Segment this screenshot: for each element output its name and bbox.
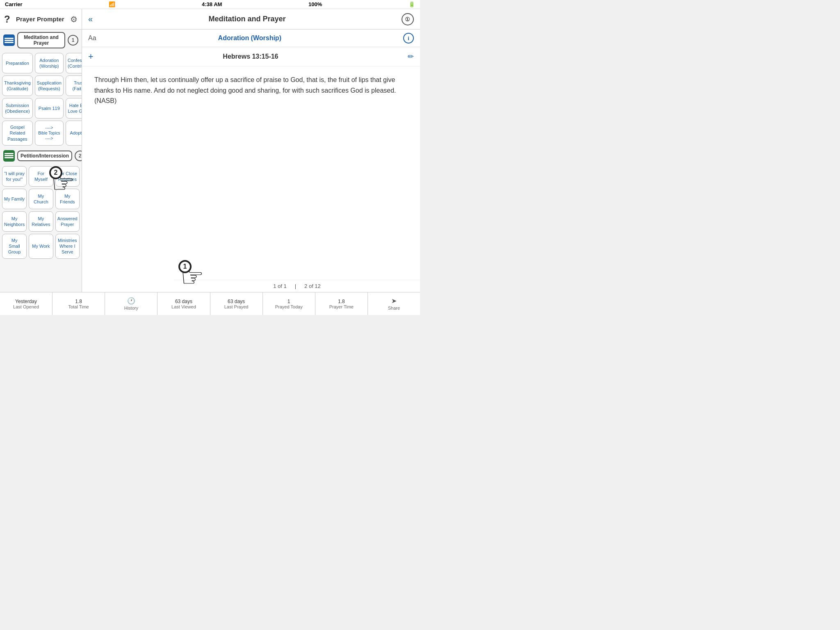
- total-time-value: 1.8: [75, 299, 82, 304]
- content-row: Meditation and Prayer 1 Preparation Ador…: [0, 30, 420, 292]
- prayer-time-section[interactable]: 1.8 Prayer Time: [315, 292, 368, 315]
- bottom-bar: Yesterday Last Opened 1.8 Total Time 🕐 H…: [0, 292, 420, 315]
- battery-icon: 🔋: [409, 1, 415, 7]
- share-icon: ➤: [391, 297, 397, 305]
- category-gospel[interactable]: GospelRelatedPassages: [2, 121, 33, 146]
- meditation-category-grid: Preparation Adoration(Worship) Confessio…: [0, 51, 82, 148]
- last-opened-label: Last Opened: [13, 304, 39, 309]
- right-panel-topbar: Aa Adoration (Worship) i: [82, 30, 420, 47]
- history-icon: 🕐: [127, 297, 135, 305]
- font-size-button[interactable]: Aa: [88, 34, 96, 42]
- edit-button[interactable]: ✏: [408, 52, 414, 61]
- category-bible-topics[interactable]: ---->Bible Topics---->: [35, 121, 64, 146]
- category-for-myself[interactable]: For Myself: [29, 166, 53, 187]
- battery-label: 100%: [308, 1, 322, 7]
- category-will-pray[interactable]: "I will prayfor you!": [2, 166, 27, 187]
- panel-section-title: Adoration (Worship): [96, 34, 403, 42]
- scripture-header: + Hebrews 13:15-16 ✏: [82, 47, 420, 66]
- top-nav: ? Prayer Prompter ⚙ « Meditation and Pra…: [0, 9, 420, 30]
- category-trust[interactable]: Trust(Faith): [66, 75, 82, 96]
- category-my-small-group[interactable]: MySmall Group: [2, 234, 27, 259]
- help-button[interactable]: ?: [4, 14, 10, 25]
- category-psalm119[interactable]: Psalm 119: [35, 98, 64, 119]
- history-label: History: [124, 306, 138, 310]
- time-label: 4:38 AM: [202, 1, 222, 7]
- pagination-separator: |: [295, 283, 296, 289]
- carrier-label: Carrier: [5, 1, 23, 7]
- prayed-today-value: 1: [288, 299, 290, 304]
- category-adoption[interactable]: Adoption: [66, 121, 82, 146]
- last-opened-value: Yesterday: [15, 299, 37, 304]
- meditation-count-badge[interactable]: ①: [402, 13, 414, 25]
- right-nav: « Meditation and Prayer ①: [82, 9, 420, 29]
- back-button[interactable]: «: [88, 14, 93, 24]
- category-submission[interactable]: Submission(Obedience): [2, 98, 33, 119]
- left-sidebar: Meditation and Prayer 1 Preparation Ador…: [0, 30, 82, 292]
- info-button[interactable]: i: [403, 33, 414, 43]
- category-for-close[interactable]: For CloseRelatives: [55, 166, 80, 187]
- status-bar: Carrier 📶 4:38 AM 100% 🔋: [0, 0, 420, 9]
- category-my-church[interactable]: My Church: [29, 189, 53, 209]
- prayer-time-label: Prayer Time: [329, 304, 354, 309]
- total-time-section[interactable]: 1.8 Total Time: [52, 292, 105, 315]
- left-nav: ? Prayer Prompter ⚙: [0, 9, 82, 29]
- prayer-time-value: 1.8: [338, 299, 345, 304]
- main-layout: ? Prayer Prompter ⚙ « Meditation and Pra…: [0, 9, 420, 315]
- scripture-reference: Hebrews 13:15-16: [94, 53, 408, 60]
- prayed-today-section[interactable]: 1 Prayed Today: [263, 292, 315, 315]
- petition-count: 2: [75, 151, 82, 161]
- category-ministries[interactable]: MinistriesWhere I Serve: [55, 234, 80, 259]
- last-opened-section[interactable]: Yesterday Last Opened: [0, 292, 52, 315]
- petition-section-header: Petition/Intercession 2: [0, 148, 82, 164]
- petition-icon: [3, 150, 15, 162]
- meditation-icon: [3, 34, 15, 46]
- scripture-text: Through Him then, let us continually off…: [82, 66, 420, 114]
- last-viewed-value: 63 days: [175, 299, 192, 304]
- last-prayed-section[interactable]: 63 days Last Prayed: [210, 292, 263, 315]
- category-supplication[interactable]: Supplication(Requests): [35, 75, 64, 96]
- share-label: Share: [388, 306, 400, 310]
- prayed-today-label: Prayed Today: [275, 304, 303, 309]
- category-my-relatives[interactable]: My Relatives: [29, 211, 53, 232]
- category-my-family[interactable]: My Family: [2, 189, 27, 209]
- total-time-label: Total Time: [68, 304, 89, 309]
- category-my-friends[interactable]: My Friends: [55, 189, 80, 209]
- app-title: Prayer Prompter: [16, 16, 64, 23]
- category-answered-prayer[interactable]: AnsweredPrayer: [55, 211, 80, 232]
- settings-button[interactable]: ⚙: [70, 14, 78, 24]
- category-hate-evil[interactable]: Hate Evil,Love Good: [66, 98, 82, 119]
- category-my-neighbors[interactable]: My Neighbors: [2, 211, 27, 232]
- right-panel-title: Meditation and Prayer: [209, 15, 286, 23]
- pagination-right: 2 of 12: [304, 283, 321, 289]
- category-my-work[interactable]: My Work: [29, 234, 53, 259]
- petition-section-button[interactable]: Petition/Intercession: [17, 151, 72, 161]
- wifi-icon: 📶: [109, 1, 115, 7]
- add-button[interactable]: +: [88, 51, 94, 62]
- pagination-bar: 1 of 1 | 2 of 12: [174, 280, 420, 292]
- last-prayed-label: Last Prayed: [224, 304, 249, 309]
- last-viewed-label: Last Viewed: [171, 304, 196, 309]
- category-adoration[interactable]: Adoration(Worship): [35, 53, 64, 73]
- pagination-left: 1 of 1: [273, 283, 287, 289]
- share-section[interactable]: ➤ Share: [368, 292, 420, 315]
- meditation-section-header: Meditation and Prayer 1: [0, 30, 82, 51]
- meditation-count: 1: [68, 35, 78, 46]
- petition-category-grid: "I will prayfor you!" For Myself For Clo…: [0, 164, 82, 261]
- history-section[interactable]: 🕐 History: [105, 292, 158, 315]
- category-confession[interactable]: Confession(Contrition): [66, 53, 82, 73]
- meditation-section-button[interactable]: Meditation and Prayer: [17, 32, 65, 48]
- right-panel: Aa Adoration (Worship) i + Hebrews 13:15…: [82, 30, 420, 292]
- last-viewed-section[interactable]: 63 days Last Viewed: [158, 292, 210, 315]
- category-preparation[interactable]: Preparation: [2, 53, 33, 73]
- category-thanksgiving[interactable]: Thanksgiving(Gratitude): [2, 75, 33, 96]
- last-prayed-value: 63 days: [228, 299, 245, 304]
